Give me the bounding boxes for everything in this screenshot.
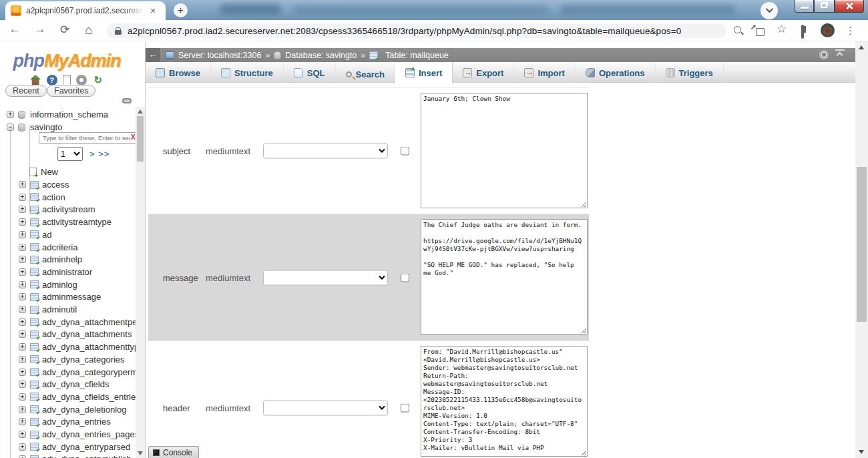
breadcrumb-database[interactable]: Database: savingto bbox=[285, 51, 357, 60]
link-with-main-panel-icon[interactable] bbox=[122, 98, 132, 103]
table-label[interactable]: adv_dyna_categories bbox=[42, 355, 125, 365]
expand-icon[interactable]: + bbox=[19, 181, 26, 188]
table-label[interactable]: adminhelp bbox=[42, 254, 82, 264]
tab-import[interactable]: Import bbox=[514, 63, 575, 83]
sidebar-scrollbar[interactable] bbox=[136, 107, 145, 458]
value-textarea[interactable]: The Chief Judge oaths are deviant in for… bbox=[421, 219, 588, 334]
tree-table-adv_dyna_entries_pages[interactable]: +adv_dyna_entries_pages bbox=[19, 428, 139, 441]
recent-button[interactable]: Recent bbox=[5, 85, 47, 97]
function-select[interactable] bbox=[263, 270, 388, 285]
next-page-link[interactable]: > bbox=[89, 149, 95, 159]
value-textarea[interactable]: January 6th; Clown Show bbox=[421, 93, 588, 208]
collapse-icon[interactable]: − bbox=[7, 124, 14, 131]
tree-table-adv_dyna_entryparsed[interactable]: +adv_dyna_entryparsed bbox=[19, 441, 130, 453]
tree-table-activitystreamtype[interactable]: +activitystreamtype bbox=[19, 216, 112, 228]
table-label[interactable]: adv_dyna_deletionlog bbox=[42, 405, 127, 415]
help-icon[interactable]: ? bbox=[47, 75, 57, 85]
expand-icon[interactable]: + bbox=[7, 111, 14, 118]
expand-icon[interactable]: + bbox=[19, 418, 26, 425]
function-select[interactable] bbox=[263, 144, 388, 159]
null-checkbox[interactable] bbox=[401, 273, 409, 282]
scroll-down-icon[interactable] bbox=[138, 451, 143, 455]
db-label[interactable]: information_schema bbox=[30, 109, 108, 120]
address-bar[interactable]: a2plcpnl0567.prod.iad2.secureserver.net:… bbox=[107, 23, 726, 38]
table-label[interactable]: adv_dyna_cfields bbox=[42, 379, 109, 389]
bookmark-star-icon[interactable]: ☆ bbox=[777, 22, 787, 36]
favorites-button[interactable]: Favorites bbox=[47, 85, 95, 97]
tree-table-adminhelp[interactable]: +adminhelp bbox=[19, 253, 82, 266]
scrollbar-thumb[interactable] bbox=[137, 116, 144, 162]
console-button[interactable]: Console bbox=[148, 446, 199, 458]
breadcrumb-table[interactable]: Table: mailqueue bbox=[385, 51, 449, 60]
expand-icon[interactable]: + bbox=[19, 268, 26, 276]
new-label[interactable]: New bbox=[41, 167, 58, 177]
expand-icon[interactable]: + bbox=[19, 206, 26, 213]
table-label[interactable]: adv_dyna_entries bbox=[42, 417, 111, 427]
tree-table-adv_dyna_categoryperms[interactable]: +adv_dyna_categoryperms bbox=[19, 366, 142, 379]
tree-table-adminutil[interactable]: +adminutil bbox=[19, 303, 77, 316]
expand-icon[interactable]: + bbox=[19, 256, 26, 263]
tree-table-adminmessage[interactable]: +adminmessage bbox=[19, 290, 101, 303]
tab-structure[interactable]: Structure bbox=[211, 63, 284, 83]
tree-table-adv_dyna_entrypublish[interactable]: +adv_dyna_entrypublish bbox=[19, 453, 132, 458]
table-filter-input[interactable] bbox=[39, 132, 140, 144]
tab-search[interactable]: Search bbox=[336, 64, 395, 85]
collapse-navigation-icon[interactable]: ← bbox=[146, 48, 160, 62]
close-button[interactable] bbox=[835, 0, 864, 13]
expand-icon[interactable]: + bbox=[19, 194, 26, 201]
tree-db-information-schema[interactable]: + information_schema bbox=[7, 108, 108, 121]
table-label[interactable]: adminutil bbox=[42, 304, 77, 314]
table-label[interactable]: adcriteria bbox=[42, 242, 77, 252]
browser-menu-icon[interactable]: ⋮ bbox=[845, 25, 855, 37]
restore-button[interactable] bbox=[814, 0, 835, 13]
reload-navigation-icon[interactable]: ↻ bbox=[93, 75, 103, 85]
expand-icon[interactable]: + bbox=[19, 356, 26, 363]
tree-table-adv_dyna_attachments[interactable]: +adv_dyna_attachments bbox=[19, 328, 132, 340]
table-label[interactable]: action bbox=[42, 192, 65, 202]
tab-search-chevron-icon[interactable] bbox=[761, 2, 778, 19]
tab-close-icon[interactable]: × bbox=[148, 5, 158, 16]
refresh-icon[interactable]: ⟳ bbox=[57, 23, 73, 37]
tab-insert[interactable]: Insert bbox=[395, 62, 453, 83]
expand-icon[interactable]: + bbox=[19, 393, 26, 401]
filter-clear-icon[interactable]: X bbox=[131, 134, 136, 141]
minimize-button[interactable] bbox=[795, 0, 814, 13]
tree-pagination[interactable]: > >> bbox=[89, 149, 110, 159]
tab-triggers[interactable]: Triggers bbox=[656, 63, 724, 83]
page-settings-gear-icon[interactable] bbox=[819, 50, 829, 59]
table-label[interactable]: administrator bbox=[42, 267, 92, 277]
side-panel-icon[interactable] bbox=[801, 25, 804, 39]
expand-icon[interactable]: + bbox=[19, 443, 26, 451]
null-checkbox[interactable] bbox=[401, 147, 409, 156]
expand-icon[interactable]: + bbox=[19, 406, 26, 413]
tree-table-access[interactable]: +access bbox=[19, 178, 69, 191]
expand-icon[interactable]: + bbox=[19, 231, 26, 238]
expand-icon[interactable]: + bbox=[19, 318, 26, 326]
table-label[interactable]: adv_dyna_entrypublish bbox=[42, 454, 132, 458]
scroll-down-icon[interactable] bbox=[859, 450, 864, 454]
home-icon[interactable]: ⌂ bbox=[81, 23, 97, 37]
table-label[interactable]: adv_dyna_cfields_entries bbox=[42, 392, 140, 402]
url-text[interactable]: a2plcpnl0567.prod.iad2.secureserver.net:… bbox=[128, 26, 681, 36]
table-label[interactable]: adv_dyna_attachmenttype bbox=[42, 342, 144, 352]
expand-icon[interactable]: + bbox=[19, 281, 26, 288]
table-label[interactable]: ad bbox=[42, 230, 51, 240]
table-label[interactable]: adminmessage bbox=[42, 292, 101, 302]
scroll-to-top-icon[interactable] bbox=[835, 49, 845, 59]
table-label[interactable]: adv_dyna_attachmentperm bbox=[42, 317, 146, 327]
table-label[interactable]: activitystreamtype bbox=[42, 217, 112, 227]
table-label[interactable]: activitystream bbox=[42, 204, 95, 214]
new-tab-button[interactable]: + bbox=[174, 3, 188, 17]
tree-table-action[interactable]: +action bbox=[19, 191, 65, 204]
profile-avatar[interactable] bbox=[821, 23, 835, 37]
expand-icon[interactable]: + bbox=[19, 369, 26, 376]
lock-icon[interactable] bbox=[115, 27, 122, 35]
tab-operations[interactable]: Operations bbox=[576, 63, 656, 83]
tree-table-administrator[interactable]: +administrator bbox=[19, 266, 92, 278]
scroll-up-icon[interactable] bbox=[859, 45, 864, 49]
tree-table-adv_dyna_deletionlog[interactable]: +adv_dyna_deletionlog bbox=[19, 403, 127, 416]
expand-icon[interactable]: + bbox=[19, 431, 26, 438]
page-scrollbar[interactable] bbox=[855, 41, 868, 458]
tree-table-adv_dyna_attachmentperm[interactable]: +adv_dyna_attachmentperm bbox=[19, 316, 146, 328]
expand-icon[interactable]: + bbox=[19, 218, 26, 226]
